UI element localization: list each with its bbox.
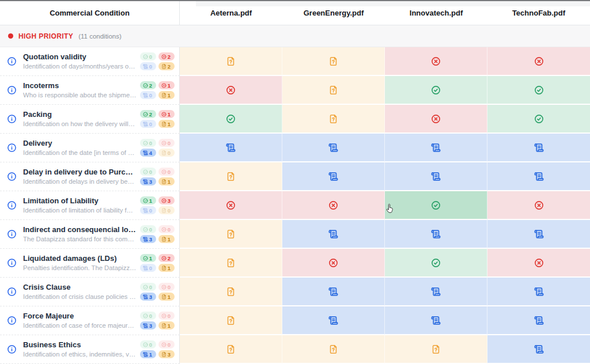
status-cell-innovatech[interactable] bbox=[385, 105, 487, 134]
scroll-count-badge: 3 bbox=[140, 293, 156, 301]
status-cell-greenenergy[interactable] bbox=[282, 76, 385, 105]
condition-card[interactable]: Force MajeureIdentification of case of f… bbox=[0, 306, 180, 335]
check-circle-count-badge: 1 bbox=[140, 254, 156, 262]
status-cell-technofab[interactable] bbox=[487, 162, 590, 191]
condition-card[interactable]: DeliveryIdentification of the date [in t… bbox=[0, 134, 180, 162]
scroll-icon bbox=[431, 229, 441, 239]
status-cell-greenenergy[interactable] bbox=[282, 220, 385, 249]
x-circle-count-badge: 2 bbox=[158, 254, 175, 262]
info-icon[interactable] bbox=[7, 229, 17, 239]
condition-description: The Datapizza standard for this commer..… bbox=[23, 235, 137, 244]
status-cell-innovatech[interactable] bbox=[385, 220, 487, 249]
table-header: Commercial Condition Aeterna.pdfGreenEne… bbox=[0, 1, 590, 25]
condition-card[interactable]: Liquidated damages (LDs)Penalties identi… bbox=[0, 249, 180, 278]
condition-card[interactable]: PackingIdentification on how the deliver… bbox=[0, 105, 180, 134]
status-cell-greenenergy[interactable] bbox=[282, 191, 385, 220]
condition-card[interactable]: Indirect and consequencial lossesThe Dat… bbox=[0, 220, 180, 249]
status-cell-innovatech[interactable] bbox=[385, 249, 487, 278]
status-cell-technofab[interactable] bbox=[487, 76, 590, 105]
status-cell-innovatech[interactable] bbox=[385, 76, 487, 105]
status-cell-technofab[interactable] bbox=[487, 249, 590, 278]
status-cell-technofab[interactable] bbox=[487, 134, 590, 162]
info-icon[interactable] bbox=[7, 114, 17, 124]
status-cell-technofab[interactable] bbox=[487, 306, 590, 335]
status-count-badges: 2101 bbox=[140, 110, 175, 128]
info-icon[interactable] bbox=[7, 200, 17, 210]
status-cell-innovatech[interactable] bbox=[385, 47, 487, 76]
condition-card[interactable]: Quotation validityIdentification of days… bbox=[0, 47, 180, 76]
status-cell-technofab[interactable] bbox=[487, 191, 590, 220]
status-cell-aeterna[interactable] bbox=[180, 335, 282, 364]
info-icon[interactable] bbox=[7, 56, 17, 66]
status-cell-technofab[interactable] bbox=[487, 220, 590, 249]
status-cell-aeterna[interactable] bbox=[180, 105, 282, 134]
scroll-icon bbox=[328, 172, 338, 181]
condition-row: Delay in delivery due to Purchaser/...Id… bbox=[0, 162, 590, 191]
file-question-icon bbox=[226, 229, 236, 239]
check-circle-icon bbox=[534, 85, 544, 95]
status-cell-aeterna[interactable] bbox=[180, 278, 282, 306]
status-cell-greenenergy[interactable] bbox=[282, 306, 385, 335]
check-circle-count-badge: 0 bbox=[140, 312, 156, 320]
status-cell-greenenergy[interactable] bbox=[282, 134, 385, 162]
info-icon[interactable] bbox=[7, 143, 17, 153]
info-icon[interactable] bbox=[7, 258, 17, 268]
condition-row: Quotation validityIdentification of days… bbox=[0, 47, 590, 76]
info-icon[interactable] bbox=[7, 344, 17, 354]
condition-description: Penalties identification. The Datapizza … bbox=[23, 264, 137, 272]
scroll-icon bbox=[328, 143, 338, 153]
file-question-icon bbox=[328, 85, 338, 95]
condition-card[interactable]: Crisis ClauseIdentification of crisis cl… bbox=[0, 278, 180, 306]
status-cell-greenenergy[interactable] bbox=[282, 278, 385, 306]
info-icon[interactable] bbox=[7, 85, 17, 95]
status-cell-greenenergy[interactable] bbox=[282, 249, 385, 278]
condition-card[interactable]: Business EthicsIdentification of ethics,… bbox=[0, 335, 180, 364]
status-cell-technofab[interactable] bbox=[487, 278, 590, 306]
status-cell-innovatech[interactable] bbox=[385, 306, 487, 335]
x-circle-icon bbox=[226, 200, 236, 210]
status-cell-greenenergy[interactable] bbox=[282, 335, 385, 364]
condition-card[interactable]: Delay in delivery due to Purchaser/...Id… bbox=[0, 162, 180, 191]
status-cell-aeterna[interactable] bbox=[180, 220, 282, 249]
status-cell-greenenergy[interactable] bbox=[282, 105, 385, 134]
file-question-icon bbox=[226, 344, 236, 354]
status-cell-technofab[interactable] bbox=[487, 47, 590, 76]
condition-row: IncotermsWho is responsible about the sh… bbox=[0, 76, 590, 105]
check-circle-icon bbox=[431, 85, 441, 95]
status-cell-aeterna[interactable] bbox=[180, 249, 282, 278]
status-cell-greenenergy[interactable] bbox=[282, 47, 385, 76]
status-cell-aeterna[interactable] bbox=[180, 76, 282, 105]
info-icon[interactable] bbox=[7, 316, 17, 325]
status-cell-aeterna[interactable] bbox=[180, 47, 282, 76]
status-cell-aeterna[interactable] bbox=[180, 306, 282, 335]
x-circle-count-badge: 0 bbox=[158, 168, 175, 176]
file-question-count-badge: 1 bbox=[158, 120, 175, 128]
high-priority-section-header[interactable]: HIGH PRIORITY (11 conditions) bbox=[0, 25, 590, 47]
info-icon[interactable] bbox=[7, 172, 17, 181]
status-cell-greenenergy[interactable] bbox=[282, 162, 385, 191]
condition-description: Identification of case of force majeure,… bbox=[23, 321, 137, 330]
status-cell-innovatech[interactable] bbox=[385, 162, 487, 191]
condition-title: Liquidated damages (LDs) bbox=[23, 253, 137, 264]
file-question-icon bbox=[226, 172, 236, 181]
status-cell-aeterna[interactable] bbox=[180, 191, 282, 220]
x-circle-count-badge: 0 bbox=[158, 283, 175, 291]
x-circle-count-badge: 1 bbox=[158, 81, 175, 89]
scroll-icon bbox=[431, 172, 441, 181]
info-icon[interactable] bbox=[7, 287, 17, 297]
status-cell-aeterna[interactable] bbox=[180, 134, 282, 162]
status-cell-innovatech[interactable] bbox=[385, 191, 487, 220]
status-cell-innovatech[interactable] bbox=[385, 335, 487, 364]
status-cell-innovatech[interactable] bbox=[385, 134, 487, 162]
scroll-icon bbox=[328, 229, 338, 239]
x-circle-count-badge: 0 bbox=[158, 340, 175, 348]
condition-card[interactable]: Limitation of LiabilityIdentification of… bbox=[0, 191, 180, 220]
status-cell-technofab[interactable] bbox=[487, 105, 590, 134]
file-question-count-badge: 1 bbox=[158, 321, 175, 329]
status-cell-innovatech[interactable] bbox=[385, 278, 487, 306]
check-circle-icon bbox=[431, 200, 441, 210]
priority-dot-icon bbox=[8, 33, 13, 39]
status-cell-aeterna[interactable] bbox=[180, 162, 282, 191]
condition-card[interactable]: IncotermsWho is responsible about the sh… bbox=[0, 76, 180, 105]
status-cell-technofab[interactable] bbox=[487, 335, 590, 364]
